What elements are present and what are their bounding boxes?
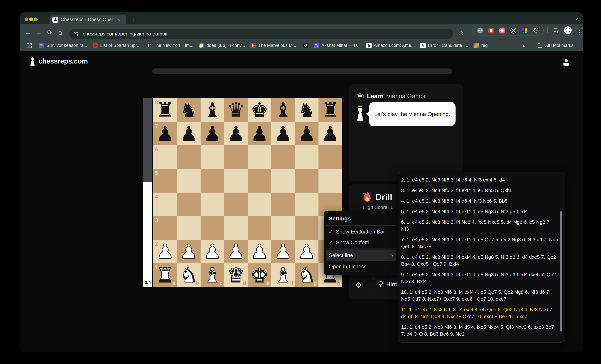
piece-white-r[interactable]: ♜ bbox=[156, 265, 174, 285]
square-e2[interactable]: ♟ bbox=[248, 240, 271, 263]
line-option[interactable]: 3. 1. e4 e5 2. Nc3 Nf6 3. f4 exf4 4. e5 … bbox=[401, 185, 559, 196]
bookmark-item[interactable]: ϟError - Candidate I... bbox=[417, 42, 471, 49]
piece-black-q[interactable]: ♛ bbox=[227, 100, 245, 120]
piece-white-b[interactable]: ♝ bbox=[274, 265, 292, 285]
bookmark-item[interactable]: The Marvelous Mr... bbox=[248, 42, 300, 49]
square-e8[interactable]: ♚ bbox=[248, 98, 271, 122]
square-a2[interactable]: 2♟ bbox=[153, 240, 177, 263]
site-settings-icon[interactable] bbox=[74, 31, 79, 37]
new-tab-button[interactable]: + bbox=[131, 17, 135, 23]
menu-item-show-confetti[interactable]: ✓ Show Confetti bbox=[326, 237, 396, 248]
square-a4[interactable]: 4 bbox=[153, 192, 177, 216]
bookmark-item[interactable]: reg bbox=[471, 42, 490, 49]
extensions-puzzle-icon[interactable] bbox=[532, 28, 539, 33]
square-c4[interactable] bbox=[200, 192, 224, 216]
browser-tab[interactable]: ♟ Chessreps - Chess Opening T × bbox=[50, 15, 126, 24]
menu-item-open-in-lichess[interactable]: Open in Lichess bbox=[326, 261, 396, 272]
square-e5[interactable] bbox=[248, 169, 271, 192]
piece-white-p[interactable]: ♟ bbox=[203, 242, 221, 262]
forward-icon[interactable]: → bbox=[36, 29, 42, 36]
piece-black-b[interactable]: ♝ bbox=[274, 100, 292, 120]
square-f5[interactable] bbox=[271, 169, 295, 192]
square-c5[interactable] bbox=[200, 169, 224, 192]
square-a5[interactable]: 5 bbox=[153, 169, 177, 192]
square-g2[interactable]: ♟ bbox=[295, 240, 319, 263]
piece-black-b[interactable]: ♝ bbox=[203, 100, 221, 120]
square-c2[interactable]: ♟ bbox=[200, 240, 224, 263]
square-g5[interactable] bbox=[295, 169, 319, 192]
square-a6[interactable]: 6 bbox=[153, 145, 177, 169]
tab-search-chevron-icon[interactable]: ˅ bbox=[575, 16, 578, 21]
minimize-window-button[interactable] bbox=[29, 18, 33, 21]
square-g1[interactable]: g♞ bbox=[295, 263, 319, 287]
line-option[interactable]: 5. 1. e4 e5 2. Nc3 Nf6 3. f4 exf4 4. e5 … bbox=[401, 206, 559, 217]
square-f3[interactable] bbox=[271, 216, 295, 240]
line-option[interactable]: 12. 1. e4 e5 2. Nc3 Nf6 3. f4 d5 4. fxe5… bbox=[401, 322, 559, 339]
site-logo[interactable]: chessreps.com bbox=[29, 56, 88, 67]
square-g7[interactable]: ♟ bbox=[295, 122, 319, 145]
square-f4[interactable] bbox=[271, 192, 295, 216]
extension-adblock-icon[interactable] bbox=[488, 28, 494, 33]
submenu-scrollbar[interactable] bbox=[560, 211, 562, 332]
square-b6[interactable] bbox=[177, 145, 200, 169]
piece-black-p[interactable]: ♟ bbox=[227, 124, 245, 144]
line-option[interactable]: 6. 1. e4 e5 2. Nc3 Nf6 3. f4 Nc6 4. fxe5… bbox=[401, 217, 559, 234]
square-d4[interactable] bbox=[224, 192, 248, 216]
square-a7[interactable]: 7♟ bbox=[153, 122, 177, 145]
piece-white-n[interactable]: ♞ bbox=[298, 265, 316, 285]
bookmarks-overflow-icon[interactable]: » bbox=[522, 42, 526, 49]
piece-white-p[interactable]: ♟ bbox=[274, 242, 292, 262]
square-b8[interactable]: ♞ bbox=[177, 98, 200, 122]
extension-robot-icon[interactable] bbox=[477, 28, 483, 33]
line-option-selected[interactable]: 11. 1. e4 e5 2. Nc3 Nf6 3. f4 exf4 4. e5… bbox=[401, 304, 559, 322]
profile-avatar[interactable] bbox=[564, 26, 572, 34]
settings-gear-icon[interactable]: ⚙ bbox=[355, 281, 362, 289]
bookmark-item[interactable]: ↺ bbox=[300, 42, 311, 49]
square-e3[interactable] bbox=[248, 216, 271, 240]
url-bar[interactable]: chessreps.com/opening/vienna-gambit bbox=[69, 29, 453, 39]
reload-icon[interactable]: ⟳ bbox=[47, 29, 52, 36]
square-d8[interactable]: ♛ bbox=[224, 98, 248, 122]
piece-black-n[interactable]: ♞ bbox=[298, 100, 316, 120]
bookmark-item[interactable]: Survivor season ra... bbox=[36, 42, 90, 49]
home-icon[interactable]: ⌂ bbox=[58, 28, 62, 36]
square-g4[interactable] bbox=[295, 192, 319, 216]
piece-white-k[interactable]: ♚ bbox=[250, 265, 269, 285]
square-b3[interactable] bbox=[177, 216, 200, 240]
square-f1[interactable]: f♝ bbox=[271, 263, 295, 287]
piece-white-n[interactable]: ♞ bbox=[180, 265, 198, 285]
square-d3[interactable] bbox=[224, 216, 248, 240]
square-e6[interactable] bbox=[248, 145, 271, 169]
bookmark-item[interactable]: aAmazon.com: Ame... bbox=[363, 42, 417, 49]
piece-black-p[interactable]: ♟ bbox=[203, 124, 221, 144]
square-c8[interactable]: ♝ bbox=[200, 98, 224, 122]
bookmark-item[interactable]: ✎Akshat Mittal — D... bbox=[311, 42, 363, 49]
square-h6[interactable] bbox=[319, 145, 342, 169]
square-g6[interactable] bbox=[295, 145, 319, 169]
square-b2[interactable]: ♟ bbox=[177, 240, 200, 263]
line-option[interactable]: 2. 1. e4 e5 2. Nc3 Nf6 3. f4 d6 4. Nf3 e… bbox=[401, 175, 559, 185]
apps-grid-icon[interactable] bbox=[26, 42, 32, 49]
square-d6[interactable] bbox=[224, 145, 248, 169]
square-d7[interactable]: ♟ bbox=[224, 122, 248, 145]
line-option[interactable]: 7. 1. e4 e5 2. Nc3 Nf6 3. f4 exf4 4. e5 … bbox=[401, 234, 559, 252]
square-c1[interactable]: c♝ bbox=[200, 263, 224, 287]
square-d2[interactable]: ♟ bbox=[224, 240, 248, 263]
bookmark-item[interactable]: does (a/b)^n conv... bbox=[196, 42, 248, 49]
menu-item-show-evaluation-bar[interactable]: ✓ Show Evaluation Bar bbox=[326, 226, 396, 237]
line-option[interactable]: 13. 1. e4 e5 2. Nc3 Nf6 3. f4 exf4 4. e5… bbox=[401, 339, 559, 343]
bookmark-item[interactable]: List of Spartan Spr... bbox=[90, 42, 143, 49]
back-icon[interactable]: ← bbox=[25, 29, 31, 36]
user-profile-icon[interactable] bbox=[561, 57, 571, 67]
line-option[interactable]: 8. 1. e4 e5 2. Nc3 Nf6 3. f4 exf4 4. e5 … bbox=[401, 252, 559, 269]
piece-black-p[interactable]: ♟ bbox=[274, 124, 292, 144]
extension-dropper-icon[interactable] bbox=[499, 28, 505, 33]
square-c7[interactable]: ♟ bbox=[200, 122, 224, 145]
square-f8[interactable]: ♝ bbox=[271, 98, 295, 122]
square-c3[interactable] bbox=[200, 216, 224, 240]
piece-black-r[interactable]: ♜ bbox=[156, 100, 174, 120]
media-playlist-icon[interactable] bbox=[553, 27, 560, 34]
menu-item-select-line[interactable]: Select line › bbox=[326, 250, 396, 261]
piece-black-k[interactable]: ♚ bbox=[250, 100, 269, 120]
close-window-button[interactable] bbox=[25, 18, 28, 21]
